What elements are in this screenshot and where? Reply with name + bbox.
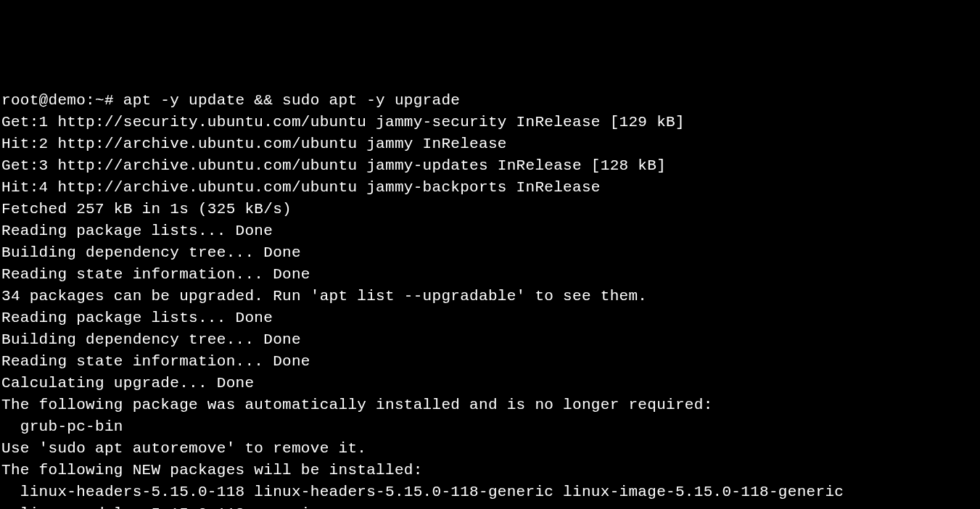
- output-line: Get:3 http://archive.ubuntu.com/ubuntu j…: [1, 157, 666, 174]
- output-line: Hit:4 http://archive.ubuntu.com/ubuntu j…: [1, 179, 601, 196]
- output-line: Reading state information... Done: [1, 353, 310, 370]
- output-line: Get:1 http://security.ubuntu.com/ubuntu …: [1, 114, 685, 131]
- prompt-text: root@demo:~#: [1, 92, 123, 109]
- command-text: apt -y update && sudo apt -y upgrade: [123, 92, 460, 109]
- output-line: Reading package lists... Done: [1, 223, 273, 239]
- output-line: The following NEW packages will be insta…: [1, 462, 423, 479]
- output-line: Hit:2 http://archive.ubuntu.com/ubuntu j…: [1, 136, 507, 152]
- output-line: grub-pc-bin: [1, 418, 123, 435]
- output-line: Building dependency tree... Done: [1, 244, 301, 261]
- output-line: Fetched 257 kB in 1s (325 kB/s): [1, 201, 292, 218]
- terminal-output[interactable]: root@demo:~# apt -y update && sudo apt -…: [1, 90, 979, 509]
- output-line: linux-headers-5.15.0-118 linux-headers-5…: [1, 484, 844, 500]
- output-line: 34 packages can be upgraded. Run 'apt li…: [1, 288, 647, 305]
- output-line: Building dependency tree... Done: [1, 331, 301, 348]
- output-line: Reading state information... Done: [1, 266, 310, 283]
- output-line: linux-modules-5.15.0-118-generic: [1, 505, 320, 509]
- output-line: Reading package lists... Done: [1, 310, 273, 326]
- output-line: The following package was automatically …: [1, 397, 713, 413]
- output-line: Use 'sudo apt autoremove' to remove it.: [1, 440, 366, 457]
- output-line: Calculating upgrade... Done: [1, 375, 254, 392]
- terminal-prompt: root@demo:~# apt -y update && sudo apt -…: [1, 92, 460, 109]
